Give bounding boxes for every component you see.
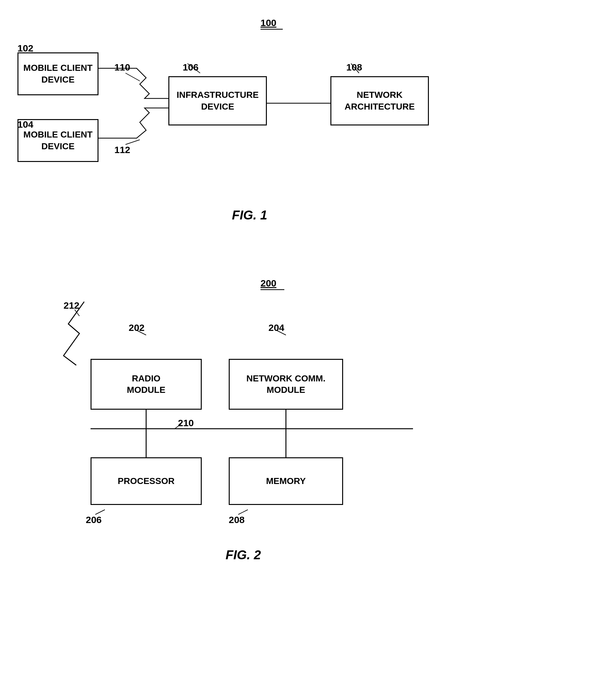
infra-box: INFRASTRUCTUREDEVICE xyxy=(168,76,267,126)
svg-line-7 xyxy=(126,140,140,145)
netcomm-label: NETWORK COMM.MODULE xyxy=(247,373,326,396)
ref-102: 102 xyxy=(18,43,34,54)
ref-202: 202 xyxy=(129,322,145,333)
ref-208: 208 xyxy=(229,515,245,525)
memory-label: MEMORY xyxy=(266,475,306,487)
network-box: NETWORKARCHITECTURE xyxy=(331,76,429,126)
infra-label: INFRASTRUCTUREDEVICE xyxy=(177,89,259,112)
ref-210: 210 xyxy=(178,418,194,428)
fig1-diagram: 100 MOBILE CLIENTDEVICE MOBILE CLIENTDEV… xyxy=(0,0,616,241)
network-label: NETWORKARCHITECTURE xyxy=(345,89,415,112)
radio-label: RADIOMODULE xyxy=(127,373,165,396)
ref-108: 108 xyxy=(346,62,362,73)
processor-box: PROCESSOR xyxy=(90,457,202,505)
processor-label: PROCESSOR xyxy=(118,475,175,487)
ref-212: 212 xyxy=(64,300,80,311)
ref-106: 106 xyxy=(183,62,198,73)
ref-206: 206 xyxy=(86,515,102,525)
mobile1-box: MOBILE CLIENTDEVICE xyxy=(18,52,99,95)
ref-204: 204 xyxy=(269,322,284,333)
netcomm-box: NETWORK COMM.MODULE xyxy=(229,359,343,410)
fig2-diagram: 200 RADIOMODULE NETWORK COMM.MODULE PROC… xyxy=(0,260,616,578)
fig2-caption: FIG. 2 xyxy=(226,548,261,562)
svg-line-17 xyxy=(238,510,248,515)
fig1-title: 100 xyxy=(260,18,276,28)
ref-112: 112 xyxy=(114,145,130,155)
svg-line-6 xyxy=(126,73,140,81)
mobile1-label: MOBILE CLIENTDEVICE xyxy=(23,62,93,85)
ref-110: 110 xyxy=(114,62,130,73)
ref-104: 104 xyxy=(18,119,34,130)
fig2-title: 200 xyxy=(260,278,276,289)
fig1-caption: FIG. 1 xyxy=(232,208,267,222)
fig2-svg xyxy=(0,260,616,578)
radio-box: RADIOMODULE xyxy=(90,359,202,410)
mobile2-label: MOBILE CLIENTDEVICE xyxy=(23,129,93,152)
memory-box: MEMORY xyxy=(229,457,343,505)
svg-line-16 xyxy=(95,510,105,515)
